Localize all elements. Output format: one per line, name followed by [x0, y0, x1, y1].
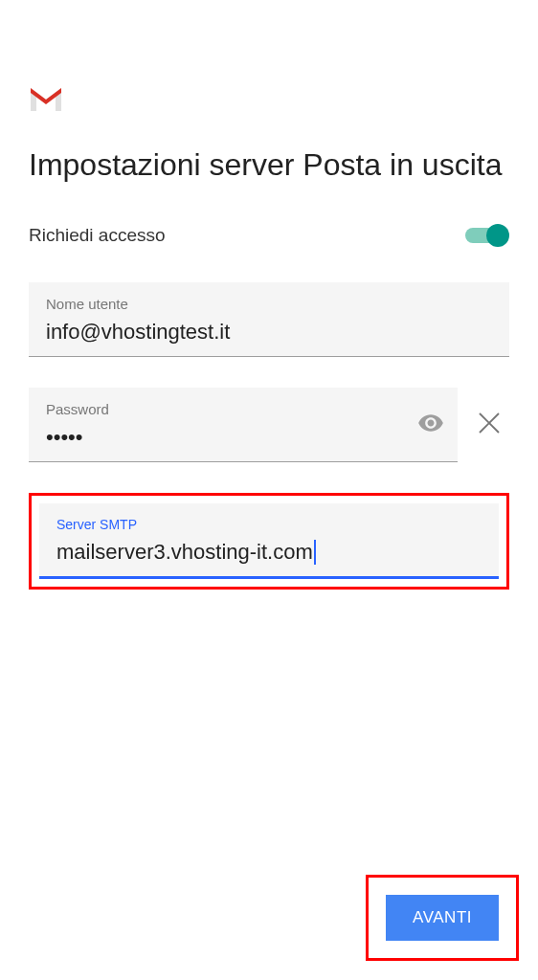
password-field[interactable]: Password — [29, 388, 458, 462]
eye-icon[interactable] — [417, 410, 444, 440]
smtp-input[interactable]: mailserver3.vhosting-it.com — [56, 538, 313, 567]
page-title: Impostazioni server Posta in uscita — [29, 145, 509, 184]
gmail-logo — [29, 86, 509, 117]
username-field[interactable]: Nome utente — [29, 282, 509, 357]
next-button[interactable]: AVANTI — [386, 895, 499, 941]
password-input[interactable] — [46, 423, 440, 452]
username-input[interactable] — [46, 318, 492, 346]
text-cursor — [314, 540, 316, 565]
require-login-toggle[interactable] — [465, 222, 509, 249]
smtp-label: Server SMTP — [56, 517, 482, 532]
next-highlight-box: AVANTI — [366, 875, 519, 961]
password-label: Password — [46, 401, 440, 417]
username-label: Nome utente — [46, 296, 492, 312]
smtp-field[interactable]: Server SMTP mailserver3.vhosting-it.com — [39, 503, 499, 579]
require-login-label: Richiedi accesso — [29, 225, 166, 246]
close-icon[interactable] — [469, 403, 509, 447]
smtp-highlight-box: Server SMTP mailserver3.vhosting-it.com — [29, 493, 509, 590]
